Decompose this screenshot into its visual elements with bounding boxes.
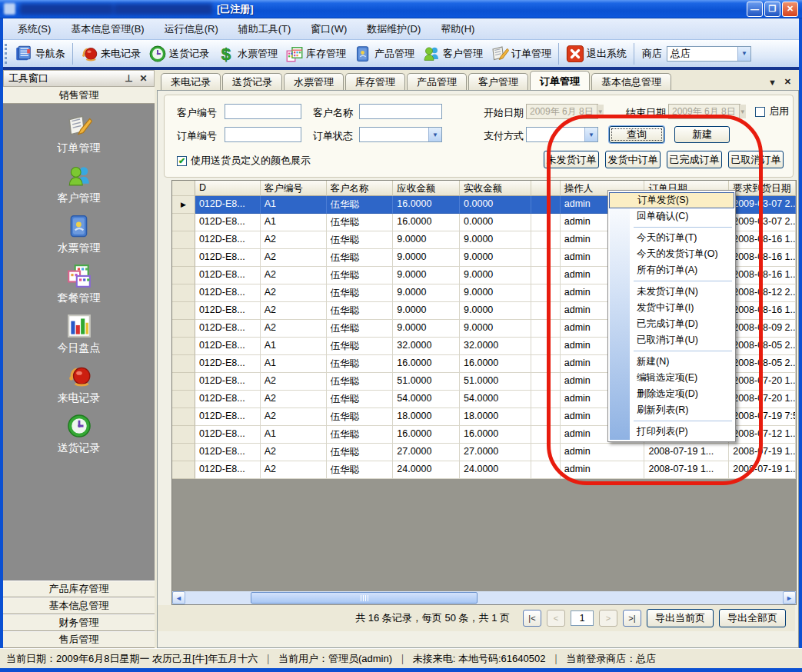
row-selector[interactable]	[172, 338, 195, 355]
inventory-button[interactable]: 库存管理	[281, 43, 350, 65]
column-header[interactable]: 客户名称	[327, 181, 394, 196]
menu-item-system[interactable]: 系统(S)	[8, 18, 61, 40]
page-number-input[interactable]	[571, 610, 594, 626]
query-button[interactable]: 查询	[609, 126, 664, 143]
menu-item-new-order[interactable]: 新建(N)	[609, 354, 734, 370]
menu-item-basic-info-mgmt[interactable]: 基本信息管理(B)	[61, 18, 154, 40]
tab-基本信息管理[interactable]: 基本信息管理	[591, 73, 671, 90]
menu-item-refresh-list[interactable]: 刷新列表(R)	[609, 402, 734, 418]
product-button[interactable]: 产品管理	[350, 43, 418, 65]
row-selector[interactable]: ▶	[172, 196, 195, 214]
menu-item-print-list[interactable]: 打印列表(P)	[609, 424, 734, 440]
navbar-button[interactable]: 导航条	[11, 43, 69, 65]
prev-page-button[interactable]: <	[547, 610, 565, 627]
sidebar-item-today-check[interactable]: 今日盘点	[58, 313, 101, 355]
table-row[interactable]: 012D-E8...A2伍华聪24.000024.0000admin2008-0…	[172, 461, 796, 479]
minimize-button[interactable]: —	[747, 2, 763, 17]
table-row[interactable]: 012D-E8...A2伍华聪27.000027.0000admin2008-0…	[172, 444, 796, 461]
row-selector[interactable]	[172, 373, 195, 391]
customer-no-input[interactable]	[225, 104, 301, 119]
menu-item-shipping-orders[interactable]: 发货中订单(I)	[609, 300, 734, 316]
water-ticket-button[interactable]: $水票管理	[213, 43, 281, 65]
close-button[interactable]: ✕	[782, 2, 798, 17]
start-date-picker[interactable]: 2009年 6月 8日▼	[526, 104, 598, 119]
row-selector[interactable]	[172, 391, 195, 408]
row-selector[interactable]	[172, 249, 195, 267]
row-selector[interactable]	[172, 461, 195, 479]
sidebar-section-3[interactable]: 售后管理	[3, 631, 155, 648]
tab-产品管理[interactable]: 产品管理	[407, 73, 467, 90]
customer-name-input[interactable]	[359, 104, 442, 119]
row-selector[interactable]	[172, 214, 195, 231]
tab-送货记录[interactable]: 送货记录	[222, 73, 282, 90]
row-selector[interactable]	[172, 231, 195, 249]
order-button[interactable]: 订单管理	[487, 43, 555, 65]
order-status-select[interactable]: ▼	[359, 127, 442, 142]
column-header[interactable]: 实收金额	[460, 181, 531, 196]
menu-item-edit-selected[interactable]: 编辑选定项(E)	[609, 370, 734, 386]
sidebar-section-sales[interactable]: 销售管理	[3, 87, 155, 104]
menu-item-unshipped-orders[interactable]: 未发货订单(N)	[609, 284, 734, 300]
row-selector[interactable]	[172, 267, 195, 284]
tab-来电记录[interactable]: 来电记录	[161, 73, 221, 90]
scroll-left-icon[interactable]: ◄	[172, 591, 185, 604]
first-page-button[interactable]: |<	[523, 610, 541, 627]
unshipped-orders-button[interactable]: 未发货订单	[544, 151, 599, 168]
column-header[interactable]: 客户编号	[261, 181, 327, 196]
customer-button[interactable]: 客户管理	[418, 43, 487, 65]
color-display-checkbox[interactable]: ✔ 使用送货员定义的颜色展示	[177, 154, 311, 168]
sidebar-item-combo-mgmt[interactable]: 套餐管理	[58, 263, 101, 305]
row-selector[interactable]	[172, 444, 195, 461]
menu-item-confirm-receipt[interactable]: 回单确认(C)	[609, 208, 734, 225]
sidebar-section-1[interactable]: 基本信息管理	[3, 597, 155, 614]
completed-orders-button[interactable]: 已完成订单	[667, 151, 722, 168]
sidebar-section-0[interactable]: 产品库存管理	[3, 581, 155, 597]
export-all-pages-button[interactable]: 导出全部页	[719, 609, 786, 627]
pin-icon[interactable]: ⊥	[123, 73, 135, 84]
menu-item-cancelled-orders[interactable]: 已取消订单(U)	[609, 332, 734, 348]
close-icon[interactable]: ✕	[138, 73, 149, 84]
menu-item-help[interactable]: 帮助(H)	[431, 18, 484, 40]
enable-checkbox[interactable]: 启用	[755, 105, 789, 118]
scrollbar-thumb[interactable]	[251, 592, 478, 604]
pay-method-select[interactable]: ▼	[526, 127, 598, 142]
delivery-record-button[interactable]: 送货记录	[145, 43, 213, 65]
row-selector[interactable]	[172, 408, 195, 426]
order-no-input[interactable]	[225, 127, 301, 142]
chevron-down-icon[interactable]: ▼	[768, 78, 777, 87]
cancelled-orders-button[interactable]: 已取消订单	[728, 151, 784, 168]
end-date-picker[interactable]: 2009年 6月 8日▼	[668, 104, 740, 119]
menu-item-runtime-info[interactable]: 运行信息(R)	[155, 18, 228, 40]
tab-水票管理[interactable]: 水票管理	[284, 73, 344, 90]
row-selector[interactable]	[172, 284, 195, 302]
incoming-call-button[interactable]: 来电记录	[76, 43, 145, 65]
sidebar-item-incoming-call-record[interactable]: 来电记录	[58, 363, 101, 405]
menu-item-all-orders[interactable]: 所有的订单(A)	[609, 262, 734, 278]
column-header[interactable]: 应收金额	[393, 181, 460, 196]
row-selector[interactable]	[172, 302, 195, 320]
sidebar-item-customer-mgmt[interactable]: 客户管理	[58, 163, 101, 205]
sidebar-item-order-mgmt[interactable]: 订单管理	[58, 113, 101, 155]
menu-item-window[interactable]: 窗口(W)	[301, 18, 357, 40]
menu-item-delete-selected[interactable]: 删除选定项(D)	[609, 386, 734, 402]
menu-item-completed-orders[interactable]: 已完成订单(D)	[609, 316, 734, 332]
exit-button[interactable]: 退出系统	[562, 43, 631, 65]
scrollbar-track[interactable]	[185, 591, 783, 604]
checkbox-checked[interactable]: ✔	[177, 156, 187, 166]
menu-item-today-shipping-orders[interactable]: 今天的发货订单(O)	[609, 246, 734, 262]
tab-客户管理[interactable]: 客户管理	[468, 73, 528, 90]
menu-item-data-maintenance[interactable]: 数据维护(D)	[357, 18, 431, 40]
column-header[interactable]: D	[195, 181, 261, 196]
export-current-page-button[interactable]: 导出当前页	[647, 609, 714, 627]
sidebar-item-water-ticket-mgmt[interactable]: 水票管理	[58, 213, 101, 255]
horizontal-scrollbar[interactable]: ◄ ►	[172, 591, 796, 604]
row-selector[interactable]	[172, 355, 195, 373]
sidebar-item-delivery-record[interactable]: 送货记录	[58, 413, 101, 455]
column-header[interactable]	[531, 181, 561, 196]
row-selector[interactable]	[172, 426, 195, 444]
tab-库存管理[interactable]: 库存管理	[345, 73, 405, 90]
tab-订单管理[interactable]: 订单管理	[530, 71, 590, 90]
next-page-button[interactable]: >	[599, 610, 617, 627]
close-icon[interactable]: ✕	[784, 77, 791, 87]
sidebar-section-2[interactable]: 财务管理	[3, 614, 155, 631]
